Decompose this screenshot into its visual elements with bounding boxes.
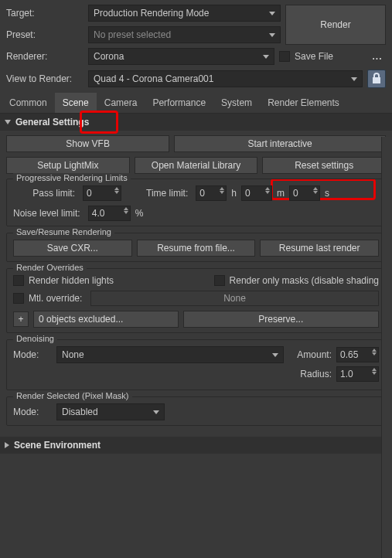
group-title: Render Selected (Pixel Mask): [13, 391, 132, 400]
pass-limit-value: 0: [87, 188, 92, 199]
denoise-mode-dropdown[interactable]: None: [56, 346, 284, 363]
group-render-overrides: Render Overrides Render hidden lights Re…: [6, 268, 386, 333]
preset-dropdown[interactable]: No preset selected: [88, 26, 281, 43]
open-material-library-button[interactable]: Open Material Library: [135, 157, 258, 174]
mtl-override-label: Mtl. override:: [29, 293, 90, 304]
save-file-label: Save File: [295, 51, 333, 62]
chevron-right-icon: [5, 442, 9, 448]
denoise-amount-spinner[interactable]: 0.65: [336, 347, 379, 362]
mtl-override-slot[interactable]: None: [90, 291, 379, 306]
view-to-render-label: View to Render:: [6, 73, 84, 84]
spinner-arrows-icon: [114, 187, 119, 194]
denoise-amount-value: 0.65: [340, 349, 358, 360]
resume-from-file-button[interactable]: Resume from file...: [137, 240, 256, 257]
denoise-radius-spinner[interactable]: 1.0: [336, 366, 379, 382]
tab-performance[interactable]: Performance: [145, 93, 213, 113]
resume-last-render-button[interactable]: Resume last render: [260, 240, 379, 257]
save-file-more-button[interactable]: ...: [369, 51, 386, 62]
add-exclude-button[interactable]: +: [13, 311, 29, 327]
time-s-value: 0: [293, 188, 298, 199]
noise-limit-value: 4.0: [92, 208, 105, 219]
show-vfb-button[interactable]: Show VFB: [6, 135, 169, 152]
spinner-arrows-icon: [220, 187, 224, 194]
lock-icon: [372, 73, 381, 86]
percent-label: %: [135, 208, 144, 219]
chevron-down-icon: [263, 55, 269, 59]
preset-label: Preset:: [6, 29, 84, 40]
chevron-down-icon: [272, 353, 278, 357]
view-to-render-dropdown[interactable]: Quad 4 - Corona Camera001: [88, 70, 363, 87]
group-title: Denoising: [13, 334, 57, 343]
denoise-amount-label: Amount:: [288, 349, 332, 360]
time-s-spinner[interactable]: 0: [289, 185, 320, 201]
group-title: Progressive Rendering Limits: [13, 173, 131, 182]
time-h-value: 0: [199, 188, 205, 199]
render-selected-mode-label: Mode:: [13, 407, 52, 417]
section-general-settings[interactable]: General Settings: [0, 114, 392, 131]
render-only-masks-label: Render only masks (disable shading: [230, 275, 379, 286]
renderer-value: Corona: [94, 51, 124, 62]
render-selected-mode-dropdown[interactable]: Disabled: [56, 403, 165, 420]
tab-common[interactable]: Common: [2, 93, 55, 113]
pass-limit-label: Pass limit:: [13, 188, 75, 199]
spinner-arrows-icon: [372, 368, 377, 375]
section-title: Scene Environment: [14, 440, 101, 451]
chevron-down-icon: [153, 410, 159, 414]
view-to-render-value: Quad 4 - Corona Camera001: [94, 73, 213, 84]
group-denoising: Denoising Mode: None Amount: 0.65 Radius…: [6, 339, 386, 390]
preset-value: No preset selected: [94, 29, 171, 40]
render-selected-mode-value: Disabled: [62, 407, 98, 417]
reset-settings-button[interactable]: Reset settings: [262, 157, 386, 174]
spinner-arrows-icon: [265, 187, 270, 194]
tab-camera[interactable]: Camera: [97, 93, 145, 113]
group-save-resume: Save/Resume Rendering Save CXR... Resume…: [6, 233, 386, 262]
spinner-arrows-icon: [313, 187, 318, 194]
chevron-down-icon: [5, 120, 11, 124]
target-value: Production Rendering Mode: [94, 8, 209, 19]
section-title: General Settings: [15, 117, 89, 128]
target-dropdown[interactable]: Production Rendering Mode: [88, 5, 281, 22]
save-file-checkbox[interactable]: [279, 51, 290, 62]
render-button[interactable]: Render: [285, 5, 386, 45]
render-only-masks-checkbox[interactable]: [214, 275, 225, 286]
group-title: Save/Resume Rendering: [13, 227, 114, 236]
tab-system[interactable]: System: [213, 93, 260, 113]
s-label: s: [325, 188, 329, 199]
chevron-down-icon: [351, 77, 357, 81]
spinner-arrows-icon: [124, 207, 128, 214]
pass-limit-spinner[interactable]: 0: [83, 185, 121, 201]
renderer-dropdown[interactable]: Corona: [88, 48, 274, 65]
group-progressive-limits: Progressive Rendering Limits Pass limit:…: [6, 179, 386, 226]
noise-limit-spinner[interactable]: 4.0: [88, 206, 131, 221]
time-h-spinner[interactable]: 0: [196, 185, 227, 201]
start-interactive-button[interactable]: Start interactive: [174, 135, 386, 152]
time-m-spinner[interactable]: 0: [241, 185, 272, 201]
denoise-radius-label: Radius:: [288, 369, 332, 379]
denoise-radius-value: 1.0: [340, 369, 353, 379]
objects-excluded-button[interactable]: 0 objects excluded...: [33, 311, 179, 328]
vertical-scrollbar[interactable]: [381, 137, 392, 558]
group-render-selected: Render Selected (Pixel Mask) Mode: Disab…: [6, 396, 386, 426]
section-scene-environment[interactable]: Scene Environment: [0, 437, 392, 454]
tab-render-elements[interactable]: Render Elements: [260, 93, 347, 113]
setup-lightmix-button[interactable]: Setup LightMix: [6, 157, 130, 174]
target-label: Target:: [6, 8, 84, 19]
tab-bar: Common Scene Camera Performance System R…: [0, 93, 392, 114]
spinner-arrows-icon: [372, 349, 377, 356]
h-label: h: [231, 188, 237, 199]
m-label: m: [277, 188, 285, 199]
renderer-label: Renderer:: [6, 51, 84, 62]
noise-limit-label: Noise level limit:: [13, 208, 80, 219]
tab-scene[interactable]: Scene: [55, 93, 97, 113]
group-title: Render Overrides: [13, 263, 87, 272]
render-hidden-lights-label: Render hidden lights: [29, 275, 214, 286]
chevron-down-icon: [269, 33, 275, 37]
mtl-override-checkbox[interactable]: [13, 293, 24, 304]
time-m-value: 0: [245, 188, 251, 199]
render-hidden-lights-checkbox[interactable]: [13, 275, 24, 286]
save-cxr-button[interactable]: Save CXR...: [13, 240, 132, 257]
time-limit-label: Time limit:: [146, 188, 188, 199]
chevron-down-icon: [269, 12, 275, 15]
lock-view-button[interactable]: [367, 70, 386, 88]
preserve-button[interactable]: Preserve...: [183, 311, 379, 328]
